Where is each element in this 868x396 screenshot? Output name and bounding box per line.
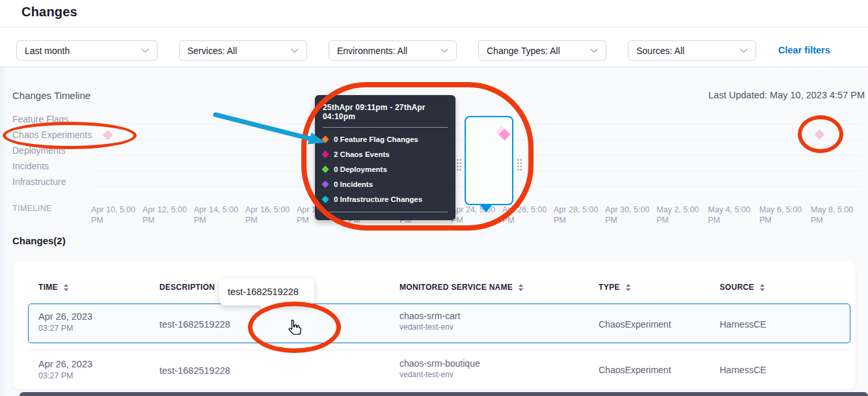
timeline-tick: Apr 24, 5:00PM — [451, 205, 500, 225]
clear-filters-link[interactable]: Clear filters — [778, 45, 830, 55]
hand-cursor-icon — [287, 318, 302, 336]
timeline-tick: Apr 30, 5:00PM — [605, 205, 655, 225]
timeline-tick: Apr 28, 5:00PM — [554, 205, 603, 225]
column-header-source[interactable]: SOURCE — [720, 283, 765, 292]
row1-service-name: chaos-srm-cart — [400, 311, 460, 321]
last-updated-text: Last Updated: May 10, 2023 4:57 PM — [709, 90, 865, 100]
tooltip-divider — [323, 212, 448, 212]
tooltip-legend-row: 0 Incidents — [323, 180, 448, 188]
page-title: Changes — [21, 5, 77, 20]
row2-type: ChaosExperiment — [599, 365, 671, 375]
brush-bottom-pointer — [480, 205, 493, 212]
chevron-down-icon — [141, 48, 149, 53]
tooltip-legend-label: 0 Incidents — [334, 180, 373, 188]
timeline-tick: May 2, 5:00PM — [657, 205, 706, 225]
chevron-down-icon — [590, 48, 598, 53]
tooltip-legend-label: 0 Deployments — [334, 165, 387, 173]
description-hover-tooltip: test-1682519228 — [219, 278, 314, 305]
timeline-row-label-deployments: Deployments — [12, 145, 66, 156]
sources-filter-value: Sources: All — [636, 46, 685, 56]
incidents-diamond-icon — [321, 180, 329, 188]
timeline-section-title: Changes Timeline — [12, 90, 90, 101]
tooltip-time-range: 25thApr 09:11pm - 27thApr 04:10pm — [323, 102, 448, 127]
tooltip-tail — [260, 305, 271, 313]
feature-flag-diamond-icon — [321, 135, 329, 143]
timeline-tick: May 8, 5:00PM — [811, 205, 860, 225]
timeline-tick: Apr 12, 5:00PM — [142, 205, 192, 225]
sort-icon — [518, 284, 524, 291]
tooltip-legend-label: 0 Infrastructure Changes — [334, 195, 422, 203]
tooltip-legend-row: 0 Infrastructure Changes — [323, 195, 448, 203]
bottom-panel-edge — [20, 392, 868, 396]
column-header-description[interactable]: DESCRIPTION — [159, 283, 226, 292]
row1-type: ChaosExperiment — [599, 319, 671, 330]
timeline-tick: May 4, 5:00PM — [708, 205, 757, 225]
brush-left-drag-handle[interactable] — [456, 158, 462, 172]
time-range-value: Last month — [25, 46, 70, 56]
timeline-row-label-feature-flags: Feature Flags — [12, 114, 68, 124]
timeline-tick: Apr 10, 5:00PM — [91, 205, 141, 225]
chevron-down-icon — [291, 48, 299, 53]
row2-service-name: chaos-srm-boutique — [400, 358, 480, 369]
changes-count-title: Changes(2) — [12, 235, 66, 246]
top-header-bar: Changes — [0, 0, 868, 27]
row1-description: test-1682519228 — [159, 319, 230, 330]
row2-source: HarnessCE — [720, 365, 766, 375]
sort-icon — [625, 284, 631, 291]
timeline-selection-brush[interactable] — [465, 116, 513, 205]
environments-filter-select[interactable]: Environments: All — [329, 40, 457, 61]
row1-date: Apr 26, 2023 — [38, 311, 92, 322]
chevron-down-icon — [740, 48, 748, 53]
timeline-row-label-infrastructure: Infrastructure — [12, 177, 66, 187]
chaos-event-marker-dimmed[interactable] — [815, 130, 825, 140]
changes-page: Changes Last month Services: All Environ… — [0, 0, 868, 396]
column-header-type[interactable]: TYPE — [599, 283, 631, 292]
timeline-tick: Apr 16, 5:00PM — [245, 205, 295, 225]
time-range-select[interactable]: Last month — [16, 40, 157, 61]
sort-icon — [63, 284, 69, 291]
sort-icon — [759, 284, 765, 291]
chevron-down-icon — [441, 48, 448, 53]
chaos-event-marker-dimmed[interactable] — [103, 130, 113, 141]
row2-environment: vedant-test-env — [400, 370, 454, 379]
infrastructure-diamond-icon — [321, 195, 329, 203]
chaos-events-diamond-icon — [321, 150, 329, 158]
tooltip-legend-row: 0 Deployments — [323, 165, 448, 173]
tooltip-legend-label: 2 Chaos Events — [334, 150, 390, 158]
row1-source: HarnessCE — [720, 319, 766, 330]
environments-filter-value: Environments: All — [337, 46, 407, 56]
brush-right-drag-handle[interactable] — [517, 158, 522, 172]
timeline-tick: Apr 26, 5:00PM — [502, 205, 552, 225]
tooltip-legend-label: 0 Feature Flag Changes — [334, 135, 418, 143]
timeline-tick: May 6, 5:00PM — [759, 205, 809, 225]
timeline-row-label-chaos-experiments: Chaos Experiments — [12, 130, 92, 140]
column-header-time[interactable]: TIME — [38, 283, 69, 292]
row2-description: test-1682519228 — [159, 365, 230, 376]
row1-environment: vedant-test-env — [400, 322, 454, 332]
services-filter-value: Services: All — [187, 46, 237, 56]
row1-time: 03:27 PM — [38, 324, 74, 333]
column-header-monitored-service[interactable]: MONITORED SERVICE NAME — [400, 283, 524, 292]
timeline-row-label-incidents: Incidents — [12, 161, 49, 171]
timeline-axis-label: TIMELINE — [12, 204, 52, 213]
row2-date: Apr 26, 2023 — [38, 359, 92, 369]
tooltip-legend-row: 0 Feature Flag Changes — [323, 135, 448, 143]
services-filter-select[interactable]: Services: All — [179, 40, 307, 61]
timeline-tick: Apr 14, 5:00PM — [194, 205, 243, 225]
change-types-filter-value: Change Types: All — [487, 46, 560, 56]
sources-filter-select[interactable]: Sources: All — [628, 40, 756, 61]
change-types-filter-select[interactable]: Change Types: All — [478, 40, 606, 61]
deployments-diamond-icon — [321, 165, 329, 173]
timeline-summary-tooltip: 25thApr 09:11pm - 27thApr 04:10pm 0 Feat… — [315, 95, 455, 220]
row2-time: 03:27 PM — [38, 371, 74, 380]
tooltip-legend-row: 2 Chaos Events — [323, 150, 448, 158]
